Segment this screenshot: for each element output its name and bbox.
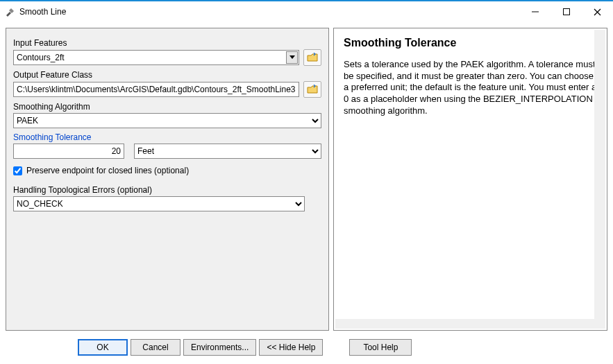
svg-rect-1: [563, 9, 569, 15]
vertical-scrollbar[interactable]: [594, 30, 605, 329]
tolerance-unit-select[interactable]: Feet: [134, 144, 321, 159]
dialog-body: Input Features Contours_2ft Output Featu…: [0, 22, 613, 331]
chevron-down-icon[interactable]: [286, 51, 298, 64]
folder-open-icon: [307, 53, 318, 62]
browse-input-button[interactable]: [303, 49, 321, 66]
window-controls: [519, 1, 613, 22]
environments-button[interactable]: Environments...: [183, 339, 256, 356]
output-fc-label: Output Feature Class: [13, 70, 321, 80]
close-button[interactable]: [582, 1, 613, 22]
window-title: Smooth Line: [19, 7, 519, 17]
smoothing-tolerance-label[interactable]: Smoothing Tolerance: [13, 132, 321, 142]
ok-button[interactable]: OK: [78, 339, 128, 356]
smoothing-algorithm-label: Smoothing Algorithm: [13, 102, 321, 112]
smoothing-algorithm-select[interactable]: PAEK: [13, 113, 321, 128]
window-root: Smooth Line Input Features Contours_2ft: [0, 0, 613, 364]
help-body: Sets a tolerance used by the PAEK algori…: [344, 59, 597, 116]
preserve-endpoint-checkbox[interactable]: [13, 166, 22, 175]
help-panel: Smoothing Tolerance Sets a tolerance use…: [333, 28, 607, 331]
tool-help-button[interactable]: Tool Help: [349, 339, 412, 356]
handling-errors-label: Handling Topological Errors (optional): [13, 185, 321, 195]
minimize-button[interactable]: [519, 1, 551, 22]
input-features-value: Contours_2ft: [17, 53, 65, 62]
titlebar: Smooth Line: [0, 1, 613, 22]
input-features-combo[interactable]: Contours_2ft: [13, 50, 299, 65]
handling-errors-select[interactable]: NO_CHECK: [13, 196, 305, 211]
horizontal-scrollbar[interactable]: [335, 319, 594, 329]
help-title: Smoothing Tolerance: [344, 37, 597, 49]
button-bar: OK Cancel Environments... << Hide Help T…: [0, 331, 613, 364]
output-fc-input[interactable]: [13, 82, 299, 97]
browse-output-button[interactable]: [303, 81, 321, 98]
cancel-button[interactable]: Cancel: [131, 339, 180, 356]
maximize-button[interactable]: [551, 1, 582, 22]
input-features-label: Input Features: [13, 38, 321, 48]
svg-marker-4: [289, 55, 295, 59]
form-panel: Input Features Contours_2ft Output Featu…: [6, 28, 329, 331]
smoothing-tolerance-input[interactable]: [13, 144, 124, 159]
preserve-endpoint-label: Preserve endpoint for closed lines (opti…: [26, 166, 189, 175]
folder-open-icon: [307, 85, 318, 94]
hammer-icon: [4, 6, 15, 17]
hide-help-button[interactable]: << Hide Help: [259, 339, 323, 356]
